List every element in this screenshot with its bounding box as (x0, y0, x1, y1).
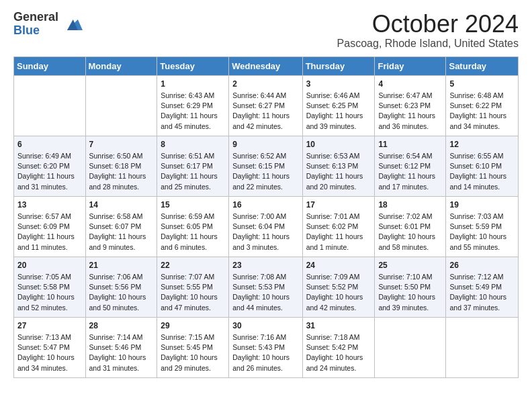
calendar-cell (85, 75, 157, 136)
day-info: Sunrise: 7:12 AM Sunset: 5:49 PM Dayligh… (449, 272, 515, 313)
logo-blue: Blue (13, 24, 58, 38)
calendar-cell: 17Sunrise: 7:01 AM Sunset: 6:02 PM Dayli… (302, 196, 375, 257)
calendar-cell: 10Sunrise: 6:53 AM Sunset: 6:13 PM Dayli… (302, 136, 375, 196)
day-number: 16 (232, 199, 298, 211)
day-info: Sunrise: 7:08 AM Sunset: 5:53 PM Dayligh… (232, 272, 298, 313)
calendar-col-header: Thursday (302, 56, 375, 75)
calendar-cell: 19Sunrise: 7:03 AM Sunset: 5:59 PM Dayli… (446, 196, 519, 257)
calendar-cell: 7Sunrise: 6:50 AM Sunset: 6:18 PM Daylig… (85, 136, 157, 196)
day-info: Sunrise: 6:43 AM Sunset: 6:29 PM Dayligh… (161, 91, 225, 132)
calendar-cell: 3Sunrise: 6:46 AM Sunset: 6:25 PM Daylig… (302, 75, 375, 136)
calendar-cell: 23Sunrise: 7:08 AM Sunset: 5:53 PM Dayli… (229, 257, 302, 317)
day-number: 14 (89, 199, 154, 211)
day-info: Sunrise: 6:51 AM Sunset: 6:17 PM Dayligh… (161, 151, 225, 192)
calendar-cell: 9Sunrise: 6:52 AM Sunset: 6:15 PM Daylig… (229, 136, 302, 196)
day-info: Sunrise: 6:50 AM Sunset: 6:18 PM Dayligh… (89, 151, 154, 192)
calendar-cell: 30Sunrise: 7:16 AM Sunset: 5:43 PM Dayli… (229, 317, 302, 377)
calendar-cell: 26Sunrise: 7:12 AM Sunset: 5:49 PM Dayli… (446, 257, 519, 317)
calendar-col-header: Saturday (446, 56, 519, 75)
day-info: Sunrise: 7:13 AM Sunset: 5:47 PM Dayligh… (17, 332, 82, 373)
calendar-cell: 27Sunrise: 7:13 AM Sunset: 5:47 PM Dayli… (14, 317, 86, 377)
day-info: Sunrise: 7:07 AM Sunset: 5:55 PM Dayligh… (161, 272, 225, 313)
day-info: Sunrise: 7:03 AM Sunset: 5:59 PM Dayligh… (449, 212, 515, 253)
calendar-cell: 18Sunrise: 7:02 AM Sunset: 6:01 PM Dayli… (375, 196, 446, 257)
day-number: 28 (89, 320, 154, 332)
calendar-cell: 11Sunrise: 6:54 AM Sunset: 6:12 PM Dayli… (375, 136, 446, 196)
calendar-cell: 2Sunrise: 6:44 AM Sunset: 6:27 PM Daylig… (229, 75, 302, 136)
day-number: 23 (232, 260, 298, 271)
day-number: 25 (378, 260, 442, 271)
day-number: 27 (17, 320, 82, 332)
calendar-cell: 8Sunrise: 6:51 AM Sunset: 6:17 PM Daylig… (157, 136, 229, 196)
calendar-cell: 21Sunrise: 7:06 AM Sunset: 5:56 PM Dayli… (85, 257, 157, 317)
day-info: Sunrise: 7:06 AM Sunset: 5:56 PM Dayligh… (89, 272, 154, 313)
calendar-cell (14, 75, 86, 136)
day-number: 12 (449, 139, 515, 150)
day-info: Sunrise: 6:52 AM Sunset: 6:15 PM Dayligh… (232, 151, 298, 192)
calendar-cell: 15Sunrise: 6:59 AM Sunset: 6:05 PM Dayli… (157, 196, 229, 257)
calendar-cell: 29Sunrise: 7:15 AM Sunset: 5:45 PM Dayli… (157, 317, 229, 377)
day-info: Sunrise: 6:47 AM Sunset: 6:23 PM Dayligh… (378, 91, 442, 132)
day-number: 7 (89, 139, 154, 150)
calendar-col-header: Sunday (14, 56, 86, 75)
calendar-week-row: 1Sunrise: 6:43 AM Sunset: 6:29 PM Daylig… (14, 75, 519, 136)
day-number: 21 (89, 260, 154, 271)
day-info: Sunrise: 7:00 AM Sunset: 6:04 PM Dayligh… (232, 212, 298, 253)
calendar-col-header: Tuesday (157, 56, 229, 75)
calendar-cell: 16Sunrise: 7:00 AM Sunset: 6:04 PM Dayli… (229, 196, 302, 257)
day-info: Sunrise: 7:14 AM Sunset: 5:46 PM Dayligh… (89, 332, 154, 373)
day-number: 17 (306, 199, 371, 211)
calendar-cell: 31Sunrise: 7:18 AM Sunset: 5:42 PM Dayli… (302, 317, 375, 377)
calendar-col-header: Monday (85, 56, 157, 75)
calendar-cell (375, 317, 446, 377)
day-number: 4 (378, 79, 442, 90)
day-info: Sunrise: 6:53 AM Sunset: 6:13 PM Dayligh… (306, 151, 371, 192)
day-number: 1 (161, 79, 225, 90)
calendar-cell: 28Sunrise: 7:14 AM Sunset: 5:46 PM Dayli… (85, 317, 157, 377)
logo-icon (61, 13, 83, 35)
day-number: 5 (449, 79, 515, 90)
day-info: Sunrise: 7:16 AM Sunset: 5:43 PM Dayligh… (232, 332, 298, 373)
calendar-cell (446, 317, 519, 377)
calendar-cell: 4Sunrise: 6:47 AM Sunset: 6:23 PM Daylig… (375, 75, 446, 136)
day-number: 26 (449, 260, 515, 271)
calendar-week-row: 27Sunrise: 7:13 AM Sunset: 5:47 PM Dayli… (14, 317, 519, 377)
day-number: 22 (161, 260, 225, 271)
calendar-week-row: 13Sunrise: 6:57 AM Sunset: 6:09 PM Dayli… (14, 196, 519, 257)
day-number: 15 (161, 199, 225, 211)
month-title: October 2024 (337, 11, 519, 38)
calendar-table: SundayMondayTuesdayWednesdayThursdayFrid… (13, 56, 519, 378)
calendar-cell: 12Sunrise: 6:55 AM Sunset: 6:10 PM Dayli… (446, 136, 519, 196)
day-info: Sunrise: 6:54 AM Sunset: 6:12 PM Dayligh… (378, 151, 442, 192)
day-number: 29 (161, 320, 225, 332)
page: General Blue October 2024 Pascoag, Rhode… (0, 0, 532, 411)
day-number: 6 (17, 139, 82, 150)
day-number: 11 (378, 139, 442, 150)
day-number: 13 (17, 199, 82, 211)
day-number: 3 (306, 79, 371, 90)
header: General Blue October 2024 Pascoag, Rhode… (13, 11, 519, 50)
day-number: 9 (232, 139, 298, 150)
calendar-cell: 6Sunrise: 6:49 AM Sunset: 6:20 PM Daylig… (14, 136, 86, 196)
day-info: Sunrise: 7:18 AM Sunset: 5:42 PM Dayligh… (306, 332, 371, 373)
day-number: 19 (449, 199, 515, 211)
logo: General Blue (13, 11, 83, 38)
day-info: Sunrise: 6:55 AM Sunset: 6:10 PM Dayligh… (449, 151, 515, 192)
day-info: Sunrise: 7:01 AM Sunset: 6:02 PM Dayligh… (306, 212, 371, 253)
location: Pascoag, Rhode Island, United States (337, 38, 519, 50)
day-info: Sunrise: 6:59 AM Sunset: 6:05 PM Dayligh… (161, 212, 225, 253)
calendar-week-row: 20Sunrise: 7:05 AM Sunset: 5:58 PM Dayli… (14, 257, 519, 317)
calendar-cell: 24Sunrise: 7:09 AM Sunset: 5:52 PM Dayli… (302, 257, 375, 317)
calendar-col-header: Friday (375, 56, 446, 75)
calendar-cell: 5Sunrise: 6:48 AM Sunset: 6:22 PM Daylig… (446, 75, 519, 136)
logo-general: General (13, 11, 58, 24)
day-number: 31 (306, 320, 371, 332)
day-info: Sunrise: 7:05 AM Sunset: 5:58 PM Dayligh… (17, 272, 82, 313)
day-number: 18 (378, 199, 442, 211)
day-info: Sunrise: 6:48 AM Sunset: 6:22 PM Dayligh… (449, 91, 515, 132)
calendar-cell: 13Sunrise: 6:57 AM Sunset: 6:09 PM Dayli… (14, 196, 86, 257)
calendar-cell: 1Sunrise: 6:43 AM Sunset: 6:29 PM Daylig… (157, 75, 229, 136)
calendar-cell: 25Sunrise: 7:10 AM Sunset: 5:50 PM Dayli… (375, 257, 446, 317)
day-number: 10 (306, 139, 371, 150)
day-info: Sunrise: 7:10 AM Sunset: 5:50 PM Dayligh… (378, 272, 442, 313)
